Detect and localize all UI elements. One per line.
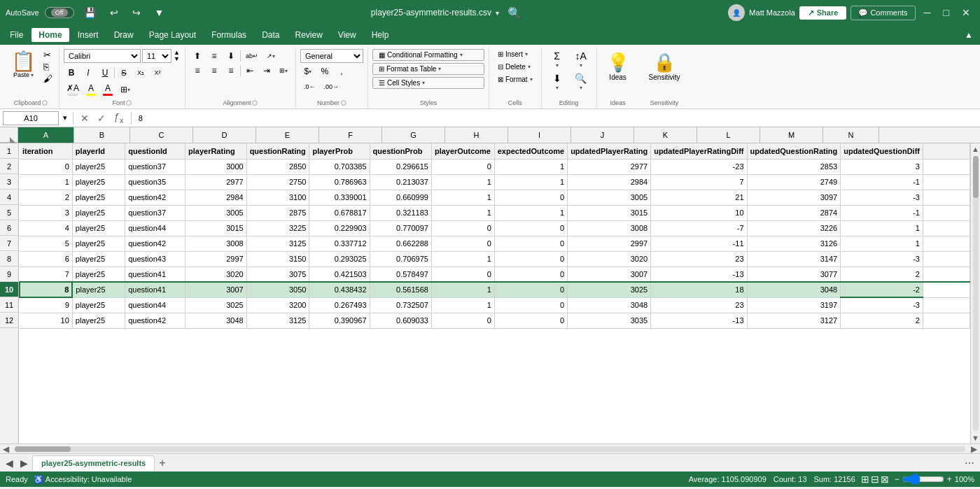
header-cell-updatedplayerrating[interactable]: updatedPlayerRating xyxy=(568,143,651,159)
cell-11-G[interactable]: 0.732507 xyxy=(370,297,431,313)
col-header-A[interactable]: A xyxy=(18,127,74,143)
undo-button[interactable]: ↩ xyxy=(106,6,122,20)
currency-button[interactable]: $▾ xyxy=(300,64,316,78)
menu-help[interactable]: Help xyxy=(365,28,396,42)
cell-12-B[interactable]: player25 xyxy=(72,313,125,328)
cell-7-F[interactable]: 0.337712 xyxy=(309,236,370,251)
menu-page-layout[interactable]: Page Layout xyxy=(142,28,203,42)
cell-2-H[interactable]: 0 xyxy=(431,159,494,174)
cell-9-A[interactable]: 7 xyxy=(20,267,72,282)
increase-decimal-button[interactable]: .00→ xyxy=(320,80,342,94)
cell-3-B[interactable]: player25 xyxy=(72,174,125,190)
autosum-button[interactable]: Σ ▾ xyxy=(546,49,568,70)
cell-6-K[interactable]: -7 xyxy=(651,220,747,236)
col-header-K[interactable]: K xyxy=(634,127,697,143)
cell-2-J[interactable]: 2977 xyxy=(568,159,651,174)
horizontal-scroll-thumb[interactable] xyxy=(15,446,71,452)
cell-9-C[interactable]: question41 xyxy=(125,267,186,282)
formula-cancel-button[interactable]: ✕ xyxy=(78,113,92,124)
format-button[interactable]: ⊠ Format ▾ xyxy=(493,74,537,85)
cell-10-C[interactable]: question41 xyxy=(125,282,186,297)
redo-button[interactable]: ↪ xyxy=(128,6,145,20)
cell-2-M[interactable]: 3 xyxy=(841,159,923,174)
cell-7-G[interactable]: 0.662288 xyxy=(370,236,431,251)
cell-10-F[interactable]: 0.438432 xyxy=(309,282,370,297)
cell-2-D[interactable]: 3000 xyxy=(186,159,247,174)
header-cell-playerprob[interactable]: playerProb xyxy=(309,143,370,159)
italic-button[interactable]: I xyxy=(80,66,96,80)
decrease-indent-button[interactable]: ⇤ xyxy=(242,64,258,78)
header-cell-questionrating[interactable]: questionRating xyxy=(246,143,309,159)
cell-10-D[interactable]: 3007 xyxy=(186,282,247,297)
row-number-8[interactable]: 8 xyxy=(0,251,18,267)
customize-qat-button[interactable]: ▼ xyxy=(150,6,169,20)
cell-5-J[interactable]: 3015 xyxy=(568,205,651,220)
delete-button[interactable]: ⊟ Delete ▾ xyxy=(493,62,535,72)
cell-5-G[interactable]: 0.321183 xyxy=(370,205,431,220)
cell-7-A[interactable]: 5 xyxy=(20,236,72,251)
cell-8-J[interactable]: 3020 xyxy=(568,251,651,267)
font-expand-icon[interactable]: ⬡ xyxy=(126,99,132,106)
cell-7-C[interactable]: question42 xyxy=(125,236,186,251)
header-cell-playeroutcome[interactable]: playerOutcome xyxy=(431,143,494,159)
vertical-scroll-thumb[interactable] xyxy=(973,156,979,198)
minimize-button[interactable]: ─ xyxy=(920,6,935,20)
row-number-4[interactable]: 4 xyxy=(0,190,18,205)
cell-3-M[interactable]: -1 xyxy=(841,174,923,190)
menu-home[interactable]: Home xyxy=(31,28,69,42)
cell-7-J[interactable]: 2997 xyxy=(568,236,651,251)
cell-10-J[interactable]: 3025 xyxy=(568,282,651,297)
cell-12-F[interactable]: 0.390967 xyxy=(309,313,370,328)
cell-9-I[interactable]: 0 xyxy=(494,267,567,282)
cell-3-H[interactable]: 1 xyxy=(431,174,494,190)
cell-12-G[interactable]: 0.609033 xyxy=(370,313,431,328)
cell-10-G[interactable]: 0.561568 xyxy=(370,282,431,297)
cell-2-G[interactable]: 0.296615 xyxy=(370,159,431,174)
close-button[interactable]: ✕ xyxy=(958,6,974,20)
cell-7-E[interactable]: 3125 xyxy=(246,236,309,251)
cell-3-C[interactable]: question35 xyxy=(125,174,186,190)
scroll-up-button[interactable]: ▲ xyxy=(971,143,981,155)
cell-3-J[interactable]: 2984 xyxy=(568,174,651,190)
scroll-down-button[interactable]: ▼ xyxy=(971,432,981,444)
cell-4-H[interactable]: 1 xyxy=(431,190,494,205)
corner-cell[interactable] xyxy=(0,127,18,143)
header-cell-questionid[interactable]: questionId xyxy=(125,143,186,159)
cell-6-J[interactable]: 3008 xyxy=(568,220,651,236)
formula-confirm-button[interactable]: ✓ xyxy=(94,113,108,124)
align-center-button[interactable]: ≡ xyxy=(206,64,222,78)
bold-button[interactable]: B xyxy=(64,66,79,80)
cell-reference-input[interactable] xyxy=(3,111,59,125)
cell-12-D[interactable]: 3048 xyxy=(186,313,247,328)
col-header-I[interactable]: I xyxy=(508,127,571,143)
row-number-5[interactable]: 5 xyxy=(0,205,18,220)
cell-7-D[interactable]: 3008 xyxy=(186,236,247,251)
cell-4-K[interactable]: 21 xyxy=(651,190,747,205)
cell-8-I[interactable]: 0 xyxy=(494,251,567,267)
menu-file[interactable]: File xyxy=(3,28,30,42)
cell-11-M[interactable]: -3 xyxy=(841,297,923,313)
cell-11-C[interactable]: question44 xyxy=(125,297,186,313)
add-sheet-button[interactable]: + xyxy=(156,457,168,469)
zoom-slider[interactable] xyxy=(902,474,944,485)
clipboard-expand-icon[interactable]: ⬡ xyxy=(42,99,48,106)
cell-12-M[interactable]: 2 xyxy=(841,313,923,328)
cell-6-I[interactable]: 0 xyxy=(494,220,567,236)
row-number-12[interactable]: 12 xyxy=(0,313,18,328)
cell-3-G[interactable]: 0.213037 xyxy=(370,174,431,190)
autosave-toggle[interactable]: Off xyxy=(45,7,74,18)
menu-data[interactable]: Data xyxy=(255,28,286,42)
cell-8-C[interactable]: question43 xyxy=(125,251,186,267)
cell-7-K[interactable]: -11 xyxy=(651,236,747,251)
cell-9-F[interactable]: 0.421503 xyxy=(309,267,370,282)
cell-10-L[interactable]: 3048 xyxy=(747,282,841,297)
cell-12-H[interactable]: 0 xyxy=(431,313,494,328)
header-cell-expectedoutcome[interactable]: expectedOutcome xyxy=(494,143,567,159)
col-header-B[interactable]: B xyxy=(74,127,130,143)
formula-input[interactable] xyxy=(136,111,977,125)
cell-6-G[interactable]: 0.770097 xyxy=(370,220,431,236)
menu-draw[interactable]: Draw xyxy=(107,28,141,42)
cell-10-I[interactable]: 0 xyxy=(494,282,567,297)
cell-11-D[interactable]: 3025 xyxy=(186,297,247,313)
comments-button[interactable]: 💬 Comments xyxy=(850,6,915,20)
